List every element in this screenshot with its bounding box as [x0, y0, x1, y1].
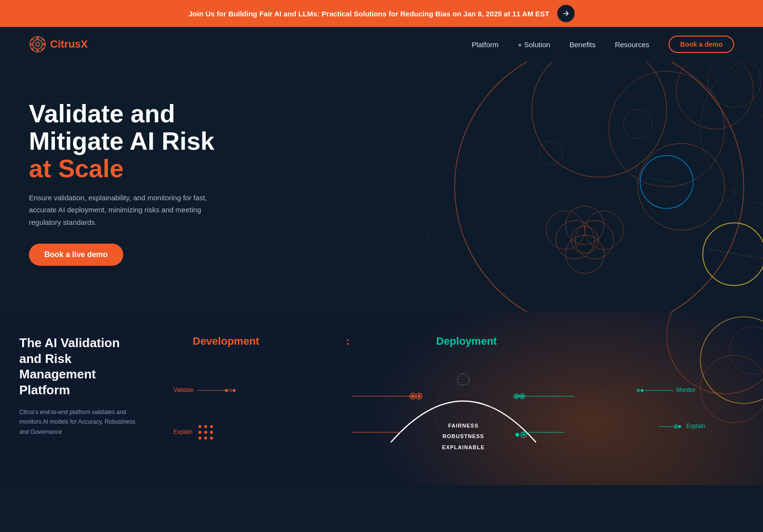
svg-point-71: [418, 395, 421, 398]
hero-content: Validate and Mitigate AI Risk at Scale E…: [29, 91, 222, 266]
svg-point-14: [532, 62, 667, 177]
svg-point-30: [585, 211, 623, 249]
dev-deploy-row: Development : Deployment: [193, 335, 497, 348]
svg-point-67: [521, 395, 524, 398]
right-decorative-graphic: [618, 312, 763, 485]
svg-point-16: [638, 143, 724, 230]
nav-solution[interactable]: + Solution: [518, 40, 550, 49]
svg-point-29: [546, 211, 585, 249]
svg-rect-3: [37, 50, 39, 52]
svg-point-19: [708, 62, 761, 107]
announcement-banner: Join Us for Building Fair AI and LLMs: P…: [0, 0, 763, 27]
svg-point-12: [455, 62, 744, 312]
nav-benefits[interactable]: Benefits: [569, 40, 595, 49]
svg-point-21: [640, 156, 693, 208]
svg-point-34: [539, 141, 563, 165]
hero-graphic: [368, 62, 763, 312]
svg-line-24: [710, 249, 763, 259]
svg-point-76: [700, 317, 763, 403]
arrow-right-icon: path{stroke:#fff;stroke-width:2.5;fill:n…: [562, 10, 570, 17]
banner-arrow-button[interactable]: path{stroke:#fff;stroke-width:2.5;fill:n…: [557, 5, 575, 22]
hero-subtitle: Ensure validation, explainability, and m…: [29, 192, 222, 229]
svg-point-75: [667, 312, 763, 394]
fairness-label: FAIRNESS: [448, 423, 478, 428]
card-desc: Citrus's end-to-end platform validates a…: [19, 407, 145, 437]
svg-point-23: [703, 223, 763, 285]
nav-resources[interactable]: Resources: [615, 40, 649, 49]
hero-accent: at Scale: [29, 155, 124, 182]
lower-section: The AI Validation and Risk Management Pl…: [0, 312, 763, 485]
live-demo-button[interactable]: Book a live demo: [29, 244, 123, 266]
svg-rect-5: [43, 44, 45, 45]
book-demo-button[interactable]: Book a demo: [669, 36, 734, 53]
robustness-label: ROBUSTNESS: [443, 433, 484, 439]
svg-point-13: [421, 62, 763, 312]
svg-point-33: [623, 110, 652, 139]
card-diagram: Development : Deployment Validate Explai…: [164, 312, 763, 485]
svg-point-18: [676, 62, 753, 129]
nav-platform[interactable]: Platform: [472, 40, 499, 49]
svg-point-15: [609, 71, 724, 187]
nav-links: Platform + Solution Benefits Resources B…: [472, 36, 734, 53]
separator: :: [346, 335, 349, 348]
banner-text: Join Us for Building Fair AI and LLMs: P…: [188, 10, 549, 18]
logo-wordmark: CitrusX: [50, 38, 88, 51]
svg-point-73: [523, 434, 525, 436]
svg-point-74: [515, 433, 519, 437]
svg-rect-2: [37, 37, 39, 39]
platform-card: The AI Validation and Risk Management Pl…: [0, 312, 763, 485]
svg-point-78: [729, 326, 763, 375]
hero-title: Validate and Mitigate AI Risk at Scale: [29, 100, 222, 183]
svg-point-35: [700, 62, 763, 206]
navbar: CitrusX Platform + Solution Benefits Res…: [0, 27, 763, 62]
card-title: The AI Validation and Risk Management Pl…: [19, 335, 145, 398]
hero-section: Validate and Mitigate AI Risk at Scale E…: [0, 62, 763, 312]
svg-point-20: [710, 62, 763, 115]
svg-point-58: [458, 374, 469, 385]
svg-rect-4: [30, 44, 32, 45]
svg-point-17: [635, 122, 737, 223]
logo-icon: [29, 36, 46, 53]
deployment-label: Deployment: [436, 335, 497, 348]
svg-point-11: [36, 43, 39, 46]
development-label: Development: [193, 335, 259, 348]
svg-point-77: [700, 355, 763, 423]
card-left: The AI Validation and Risk Management Pl…: [0, 312, 164, 485]
svg-point-69: [411, 395, 414, 398]
explainable-label: EXPLAINABLE: [442, 444, 485, 450]
logo[interactable]: CitrusX: [29, 36, 88, 53]
svg-point-36: [734, 143, 763, 259]
svg-point-65: [515, 395, 518, 398]
